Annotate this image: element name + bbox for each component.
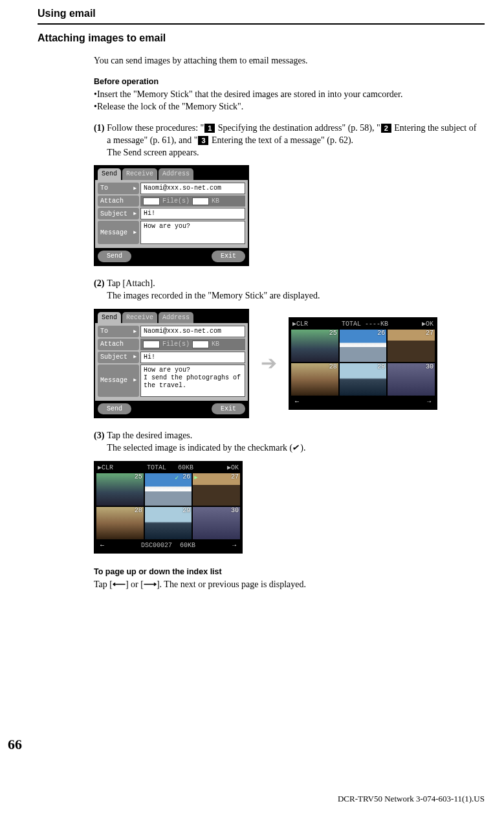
arrow-right-icon: ➔: [261, 350, 277, 377]
thumb-30[interactable]: 30: [388, 363, 435, 396]
total-label: TOTAL: [147, 464, 166, 471]
page-number: 66: [8, 735, 22, 754]
footer-text: DCR-TRV50 Network 3-074-603-11(1).US: [338, 793, 485, 805]
label-subject: Subject▶: [98, 208, 139, 219]
thumb-26[interactable]: 26: [340, 330, 387, 362]
page-prev-icon[interactable]: ←: [295, 398, 299, 407]
thumb-25[interactable]: 25: [291, 330, 338, 362]
chapter-title: Using email: [38, 6, 485, 21]
step3-number: (3): [94, 430, 104, 454]
subject-field[interactable]: Hi!: [140, 352, 245, 363]
send-button[interactable]: Send: [98, 403, 131, 415]
section-title: Attaching images to email: [38, 31, 485, 45]
step1-text-d: Entering the text of a message" (p. 62).: [209, 135, 353, 145]
kb-label: KB: [212, 197, 219, 206]
kb-box: [192, 341, 209, 348]
chevron-right-icon: ▶: [133, 185, 137, 192]
tab-address[interactable]: Address: [159, 168, 193, 180]
exit-button[interactable]: Exit: [212, 403, 245, 415]
message-field[interactable]: How are you? I send the photograghs of t…: [140, 365, 245, 397]
ok-button[interactable]: ▶OK: [227, 464, 239, 473]
before-bullet-1: •Insert the "Memory Stick" that the desi…: [94, 89, 478, 101]
step1-text-a: Follow these procedures: ": [107, 123, 204, 133]
label-attach[interactable]: Attach: [98, 196, 139, 207]
files-count-box: [143, 341, 160, 348]
chevron-right-icon: ▶: [133, 229, 137, 236]
arrow-left-icon: ⟵: [113, 579, 126, 589]
send-screen-1: Send Receive Address To▶ Naomi@xxx.so-ne…: [94, 165, 249, 266]
thumb-28[interactable]: 28: [291, 363, 338, 396]
total-kb: 60KB: [178, 464, 193, 471]
ok-button[interactable]: ▶OK: [422, 320, 433, 329]
clr-button[interactable]: ▶CLR: [98, 464, 113, 473]
message-field[interactable]: How are you?: [140, 221, 245, 244]
filename: DSC00027: [141, 542, 172, 549]
label-to: To▶: [98, 326, 139, 337]
files-label: File(s): [162, 197, 190, 206]
step1-text-e: The Send screen appears.: [107, 148, 199, 157]
step3-body: Tap the desired images. The selected ima…: [107, 430, 478, 454]
chevron-right-icon: ▶: [133, 210, 137, 218]
step3-line2b: ).: [300, 443, 305, 453]
numbox-3: 3: [198, 136, 208, 145]
thumb-30[interactable]: 30: [193, 507, 240, 539]
step2-line2: The images recorded in the "Memory Stick…: [107, 291, 320, 300]
attach-field: File(s) KB: [140, 196, 245, 207]
tab-receive[interactable]: Receive: [122, 312, 157, 324]
before-heading: Before operation: [94, 76, 478, 87]
step2-body: Tap [Attach]. The images recorded in the…: [107, 278, 478, 302]
exit-button[interactable]: Exit: [212, 251, 245, 262]
intro-text: You can send images by attaching them to…: [94, 55, 478, 67]
checkmark-icon: ✓: [292, 442, 301, 455]
label-attach[interactable]: Attach: [98, 339, 139, 350]
thumb-25[interactable]: 25: [96, 473, 144, 506]
thumb-27[interactable]: 27: [388, 330, 435, 362]
thumb-28[interactable]: 28: [96, 507, 144, 539]
chevron-right-icon: ▶: [133, 328, 137, 335]
thumb-27[interactable]: ▶27: [193, 473, 240, 506]
thumb-29[interactable]: 29: [145, 507, 192, 539]
tab-send[interactable]: Send: [98, 168, 121, 180]
chevron-right-icon: ▶: [133, 353, 137, 361]
step1-number: (1): [94, 122, 104, 159]
page-hint-heading: To page up or down the index list: [94, 567, 478, 578]
send-screen-2: Send Receive Address To▶ Naomi@xxx.so-ne…: [94, 309, 249, 419]
step3-line2a: The selected image is indicated by the c…: [107, 443, 292, 453]
before-bullet-2: •Release the lock of the "Memory Stick".: [94, 101, 478, 113]
label-message: Message▶: [98, 365, 139, 397]
label-message: Message▶: [98, 221, 139, 244]
chevron-right-icon: ▶: [133, 377, 137, 384]
kb-box: [192, 197, 209, 205]
thumb-26[interactable]: ✓26: [145, 473, 192, 506]
thumbnail-grid-2: ▶CLR TOTAL 60KB ▶OK 25 ✓26 ▶27 28 29 30 …: [94, 461, 243, 554]
send-button[interactable]: Send: [98, 251, 131, 262]
check-icon: ✓: [175, 474, 179, 483]
page-prev-icon[interactable]: ←: [100, 541, 104, 550]
divider: [38, 23, 485, 25]
arrow-right-icon: ⟶: [144, 579, 157, 589]
clr-button[interactable]: ▶CLR: [292, 320, 308, 329]
page-next-icon[interactable]: →: [427, 398, 431, 407]
subject-field[interactable]: Hi!: [140, 208, 245, 219]
to-field[interactable]: Naomi@xxx.so-net.com: [140, 326, 245, 337]
step3-line1: Tap the desired images.: [107, 431, 192, 440]
filesize: 60KB: [180, 542, 195, 549]
step1-body: Follow these procedures: "1 Specifying t…: [107, 122, 478, 159]
label-to: To▶: [98, 183, 139, 194]
kb-label: KB: [212, 340, 219, 349]
to-field[interactable]: Naomi@xxx.so-net.com: [140, 183, 245, 194]
tab-receive[interactable]: Receive: [122, 168, 157, 180]
tab-address[interactable]: Address: [159, 312, 193, 324]
attach-field: File(s) KB: [140, 339, 245, 350]
thumb-29[interactable]: 29: [340, 363, 387, 396]
page-next-icon[interactable]: →: [232, 541, 236, 550]
step2-number: (2): [94, 278, 104, 302]
step2-line1: Tap [Attach].: [107, 278, 155, 288]
page-hint-text: Tap [⟵] or [⟶]. The next or previous pag…: [94, 579, 478, 591]
step1-text-b: Specifying the destination address" (p. …: [215, 123, 380, 133]
total-label: TOTAL ----KB: [342, 320, 388, 329]
tab-send[interactable]: Send: [98, 312, 121, 324]
numbox-2: 2: [381, 124, 391, 133]
label-subject: Subject▶: [98, 352, 139, 363]
files-label: File(s): [162, 340, 190, 349]
